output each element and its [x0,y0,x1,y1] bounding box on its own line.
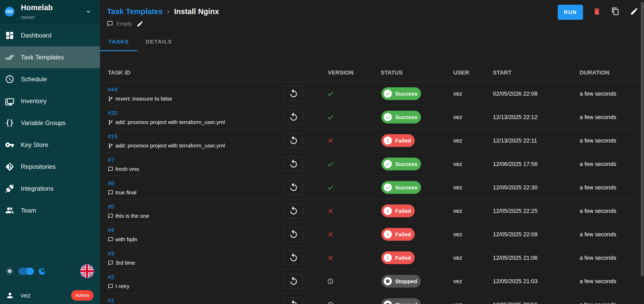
tab-details[interactable]: DETAILS [137,32,181,51]
dark-mode-toggle[interactable] [18,268,34,275]
sidebar-item-integrations[interactable]: Integrations [0,178,100,200]
sidebar-nav: Dashboard Task Templates Schedule Invent… [0,24,100,221]
rerun-task-button[interactable] [284,297,303,304]
user-icon [6,291,14,301]
code-braces-icon [5,118,14,128]
rerun-task-button[interactable] [284,110,303,125]
task-id-link[interactable]: #20 [108,110,225,116]
light-mode-icon [6,267,14,276]
table-row: #3 3rd time Failed vez 12/05/2025 21:06 … [107,246,639,270]
sidebar-item-inventory[interactable]: Inventory [0,90,100,112]
check-all-icon [5,53,14,62]
replay-icon [289,159,299,170]
comment-icon [108,166,113,172]
rerun-task-button[interactable] [284,86,303,101]
column-header-status: STATUS [381,69,403,76]
rerun-task-button[interactable] [284,274,303,289]
version-cross-icon [324,231,336,238]
task-id-link[interactable]: #2 [108,274,129,281]
task-user: vez [453,114,462,121]
stop-icon [384,277,392,285]
task-start: 12/05/2025 22:25 [493,208,537,214]
template-description: Empty [107,17,144,30]
task-id-link[interactable]: #4 [108,227,137,234]
page-header: Task Templates Install Nginx RUN [100,0,640,24]
version-check-icon [324,160,336,167]
replay-icon [289,229,299,240]
sidebar-item-repositories[interactable]: Repositories [0,156,100,178]
app-root: HO Homelab owner Dashboard Task Template… [0,0,644,304]
check-circle-icon [384,90,392,98]
task-id-link[interactable]: #3 [108,250,135,257]
status-badge: Success [381,87,421,100]
task-user: vez [453,278,462,285]
task-user: vez [453,231,462,238]
task-id-cell: #4 with fqdn [108,227,137,243]
edit-description-icon[interactable] [137,20,144,27]
task-id-link[interactable]: #19 [108,133,225,140]
info-circle-icon [384,207,392,215]
task-duration: a few seconds [580,278,616,285]
task-duration: a few seconds [580,255,616,261]
task-message: this is the one [108,213,149,219]
theme-language-controls [0,260,100,279]
status-badge: Failed [381,204,415,217]
version-check-icon [324,184,336,191]
task-id-link[interactable]: #5 [108,203,149,210]
sidebar-item-dashboard[interactable]: Dashboard [0,24,100,46]
column-header-start: START [493,69,512,76]
sidebar-item-schedule[interactable]: Schedule [0,68,100,90]
comment-icon [108,190,113,195]
task-message: revert: insecure to false [108,96,172,102]
status-badge: Failed [381,251,415,264]
copy-button[interactable] [606,2,625,21]
trash-icon [593,7,601,16]
sidebar-item-key-store[interactable]: Key Store [0,134,100,156]
task-user: vez [453,255,462,261]
sidebar-item-task-templates[interactable]: Task Templates [0,46,100,68]
table-row: #6 true final Success vez 12/05/2025 22:… [107,176,639,199]
check-circle-icon [384,113,392,121]
main-content: Task Templates Install Nginx RUN Empty [100,0,640,304]
table-row: #19 add: proxmox project with terraform_… [107,129,639,152]
tab-tasks[interactable]: TASKS [100,32,137,51]
version-check-icon [324,90,336,97]
table-row: #7 fresh vms Success vez 12/06/2025 17:5… [107,152,639,176]
task-duration: a few seconds [580,161,616,167]
task-id-link[interactable]: #6 [108,180,137,187]
run-button[interactable]: RUN [558,5,583,20]
source-branch-icon [108,120,113,125]
replay-icon [289,300,299,304]
task-message: with fqdn [108,236,137,243]
rerun-task-button[interactable] [284,157,303,171]
project-role: owner [21,14,35,20]
task-message: add: proxmox project with terraform_user… [108,119,225,125]
git-icon [5,162,14,171]
rerun-task-button[interactable] [284,251,303,265]
user-menu[interactable]: vez Admin [0,279,100,304]
version-cross-icon [324,207,336,214]
sidebar-item-variable-groups[interactable]: Variable Groups [0,112,100,134]
table-header: TASK ID VERSION STATUS USER START DURATI… [107,51,639,82]
status-badge: Stopped [381,298,421,304]
rerun-task-button[interactable] [284,180,303,195]
task-id-link[interactable]: #44 [108,86,172,93]
project-selector[interactable]: HO Homelab owner [0,0,100,24]
scrollbar-thumb[interactable] [641,2,644,276]
comment-icon [108,213,113,219]
language-flag-uk[interactable] [80,264,94,278]
task-id-link[interactable]: #7 [108,157,139,163]
task-table: TASK ID VERSION STATUS USER START DURATI… [107,51,639,304]
task-id-link[interactable]: #1 [108,297,114,304]
chevron-down-icon [85,8,92,16]
delete-button[interactable] [587,2,606,21]
column-header-version: VERSION [328,69,354,76]
task-user: vez [453,137,462,144]
status-badge: Success [381,111,421,123]
rerun-task-button[interactable] [284,133,303,148]
rerun-task-button[interactable] [284,227,303,242]
task-id-cell: #20 add: proxmox project with terraform_… [108,110,225,125]
rerun-task-button[interactable] [284,204,303,218]
page-scrollbar[interactable] [640,0,644,304]
sidebar-item-team[interactable]: Team [0,200,100,221]
